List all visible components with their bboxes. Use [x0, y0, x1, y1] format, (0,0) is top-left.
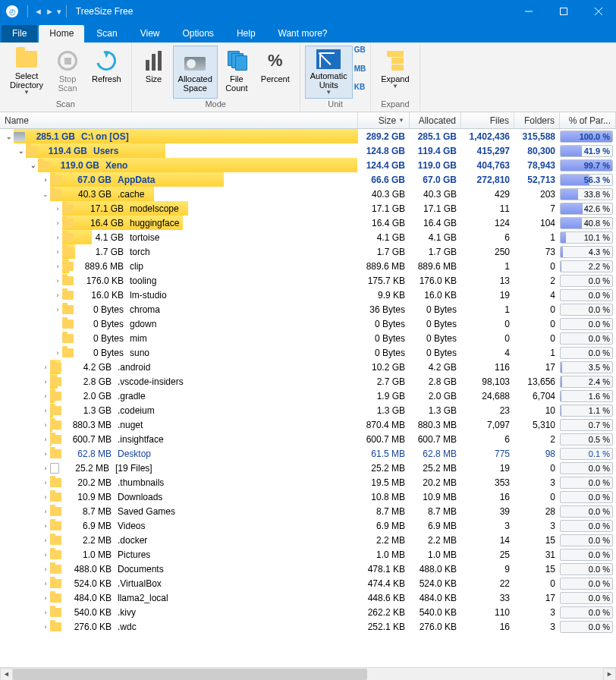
chevron-right-icon[interactable]: ›	[53, 234, 62, 241]
tree-row[interactable]: ›1.0 MBPictures1.0 MB1.0 MB25310.0 %	[0, 547, 616, 562]
stop-scan-button[interactable]: StopScan	[50, 46, 85, 99]
col-size[interactable]: Size▼	[358, 112, 410, 128]
tree-row[interactable]: ›20.2 MB.thumbnails19.5 MB20.2 MB35330.0…	[0, 475, 616, 490]
chevron-right-icon[interactable]: ›	[53, 277, 62, 285]
qat-fwd-icon[interactable]: ►	[46, 7, 54, 16]
chevron-right-icon[interactable]: ›	[53, 349, 62, 357]
chevron-right-icon[interactable]: ›	[41, 392, 50, 400]
chevron-right-icon[interactable]: ›	[41, 565, 50, 573]
tree-row[interactable]: ›17.1 GBmodelscope17.1 GB17.1 GB11742.6 …	[0, 201, 616, 216]
maximize-button[interactable]	[546, 0, 581, 23]
chevron-right-icon[interactable]: ›	[53, 219, 62, 227]
tree-row[interactable]: ⌄119.0 GBXeno124.4 GB119.0 GB404,76378,9…	[0, 158, 616, 172]
chevron-right-icon[interactable]: ›	[41, 364, 50, 371]
tree-row[interactable]: ›25.2 MB[19 Files]25.2 MB25.2 MB1900.0 %	[0, 461, 616, 475]
qat-back-icon[interactable]: ◄	[34, 7, 42, 16]
select-directory-button[interactable]: SelectDirectory▼	[5, 46, 49, 99]
tree-view[interactable]: ⌄285.1 GBC:\ on [OS]289.2 GB285.1 GB1,40…	[0, 129, 616, 667]
unit-kb[interactable]: KB	[354, 83, 366, 91]
chevron-right-icon[interactable]: ›	[41, 464, 50, 472]
tree-row[interactable]: ›1.3 GB.codeium1.3 GB1.3 GB23101.1 %	[0, 403, 616, 417]
tree-row[interactable]: ›0 Bytessuno0 Bytes0 Bytes410.0 %	[0, 345, 616, 360]
tree-row[interactable]: ›524.0 KB.VirtualBox474.4 KB524.0 KB2200…	[0, 576, 616, 590]
tree-row[interactable]: ›16.4 GBhuggingface16.4 GB16.4 GB1241044…	[0, 216, 616, 230]
tree-row[interactable]: ⌄119.4 GBUsers124.8 GB119.4 GB415,29780,…	[0, 143, 616, 158]
tree-row[interactable]: ›10.9 MBDownloads10.8 MB10.9 MB1600.0 %	[0, 490, 616, 504]
tree-row[interactable]: ›0 Bytesmim0 Bytes0 Bytes000.0 %	[0, 331, 616, 345]
tab-help[interactable]: Help	[226, 25, 266, 42]
mode-filecount-button[interactable]: FileCount	[219, 46, 254, 99]
tree-row[interactable]: ›4.2 GB.android10.2 GB4.2 GB116173.5 %	[0, 360, 616, 374]
tab-home[interactable]: Home	[39, 25, 84, 42]
chevron-right-icon[interactable]: ›	[41, 436, 50, 443]
chevron-right-icon[interactable]: ›	[41, 551, 50, 559]
scroll-left-icon[interactable]: ◄	[0, 668, 13, 681]
chevron-right-icon[interactable]: ›	[41, 450, 50, 458]
col-allocated[interactable]: Allocated	[410, 112, 461, 128]
minimize-button[interactable]	[511, 0, 546, 23]
col-folders[interactable]: Folders	[514, 112, 560, 128]
chevron-right-icon[interactable]: ›	[53, 205, 62, 212]
refresh-button[interactable]: Refresh	[86, 46, 127, 99]
col-files[interactable]: Files	[461, 112, 514, 128]
tree-row[interactable]: ›2.0 GB.gradle1.9 GB2.0 GB24,6886,7041.6…	[0, 389, 616, 403]
chevron-right-icon[interactable]: ›	[53, 248, 62, 256]
tree-row[interactable]: ›67.0 GBAppData66.6 GB67.0 GB272,81052,7…	[0, 172, 616, 187]
mode-allocated-button[interactable]: AllocatedSpace	[173, 46, 218, 99]
tree-row[interactable]: ›880.3 MB.nuget870.4 MB880.3 MB7,0975,31…	[0, 417, 616, 432]
tree-row[interactable]: ⌄285.1 GBC:\ on [OS]289.2 GB285.1 GB1,40…	[0, 129, 616, 143]
tree-row[interactable]: ›2.8 GB.vscode-insiders2.7 GB2.8 GB98,10…	[0, 374, 616, 389]
expand-button[interactable]: Expand▼	[376, 46, 414, 99]
tree-row[interactable]: ›16.0 KBlm-studio9.9 KB16.0 KB1940.0 %	[0, 288, 616, 302]
col-percent[interactable]: % of Par...	[560, 112, 616, 128]
scroll-right-icon[interactable]: ►	[603, 668, 616, 681]
tree-row[interactable]: ›1.7 GBtorch1.7 GB1.7 GB250734.3 %	[0, 244, 616, 259]
chevron-right-icon[interactable]: ›	[41, 580, 50, 587]
tree-row[interactable]: ›540.0 KB.kivy262.2 KB540.0 KB11030.0 %	[0, 605, 616, 619]
mode-percent-button[interactable]: % Percent	[256, 46, 295, 99]
col-name[interactable]: Name	[0, 112, 358, 128]
close-button[interactable]	[581, 0, 616, 23]
tab-scan[interactable]: Scan	[86, 25, 127, 42]
chevron-right-icon[interactable]: ›	[41, 623, 50, 631]
tree-row[interactable]: ›2.2 MB.docker2.2 MB2.2 MB14150.0 %	[0, 533, 616, 547]
tree-row[interactable]: ›0 Bytesgdown0 Bytes0 Bytes000.0 %	[0, 316, 616, 331]
tree-row[interactable]: ›62.8 MBDesktop61.5 MB62.8 MB775980.1 %	[0, 446, 616, 461]
chevron-down-icon[interactable]: ⌄	[17, 147, 26, 155]
tree-row[interactable]: ›4.1 GBtortoise4.1 GB4.1 GB6110.1 %	[0, 230, 616, 244]
chevron-right-icon[interactable]: ›	[41, 479, 50, 486]
tree-row[interactable]: ›484.0 KBllama2_local448.6 KB484.0 KB331…	[0, 590, 616, 605]
chevron-right-icon[interactable]: ›	[53, 291, 62, 299]
tab-want-more[interactable]: Want more?	[268, 25, 338, 42]
qat-dropdown-icon[interactable]: ▾	[57, 7, 61, 17]
chevron-right-icon[interactable]: ›	[53, 306, 62, 313]
scroll-thumb[interactable]	[13, 669, 367, 680]
unit-mb[interactable]: MB	[354, 65, 366, 73]
tab-file[interactable]: File	[2, 25, 37, 42]
chevron-right-icon[interactable]: ›	[41, 508, 50, 515]
tab-options[interactable]: Options	[172, 25, 225, 42]
chevron-right-icon[interactable]: ›	[41, 537, 50, 544]
chevron-down-icon[interactable]: ⌄	[29, 162, 38, 169]
tree-row[interactable]: ›276.0 KB.wdc252.1 KB276.0 KB1630.0 %	[0, 619, 616, 634]
tree-row[interactable]: ›488.0 KBDocuments478.1 KB488.0 KB9150.0…	[0, 562, 616, 576]
tree-row[interactable]: ›889.6 MBclip889.6 MB889.6 MB102.2 %	[0, 259, 616, 273]
tab-view[interactable]: View	[130, 25, 171, 42]
tree-row[interactable]: ›8.7 MBSaved Games8.7 MB8.7 MB39280.0 %	[0, 504, 616, 518]
chevron-right-icon[interactable]: ›	[41, 407, 50, 414]
chevron-right-icon[interactable]: ›	[41, 609, 50, 616]
chevron-right-icon[interactable]: ›	[41, 493, 50, 501]
chevron-right-icon[interactable]: ›	[41, 522, 50, 530]
tree-row[interactable]: ›0 Byteschroma36 Bytes0 Bytes100.0 %	[0, 302, 616, 316]
chevron-right-icon[interactable]: ›	[41, 176, 50, 184]
chevron-right-icon[interactable]: ›	[41, 594, 50, 602]
mode-size-button[interactable]: Size	[137, 46, 171, 99]
chevron-down-icon[interactable]: ⌄	[5, 133, 14, 140]
chevron-right-icon[interactable]: ›	[53, 263, 62, 270]
tree-row[interactable]: ⌄40.3 GB.cache40.3 GB40.3 GB42920333.8 %	[0, 187, 616, 201]
chevron-right-icon[interactable]: ›	[41, 421, 50, 429]
tree-row[interactable]: ›176.0 KBtooling175.7 KB176.0 KB1320.0 %	[0, 273, 616, 288]
horizontal-scrollbar[interactable]: ◄ ►	[0, 667, 616, 680]
chevron-down-icon[interactable]: ⌄	[41, 190, 50, 198]
chevron-right-icon[interactable]: ›	[41, 378, 50, 386]
